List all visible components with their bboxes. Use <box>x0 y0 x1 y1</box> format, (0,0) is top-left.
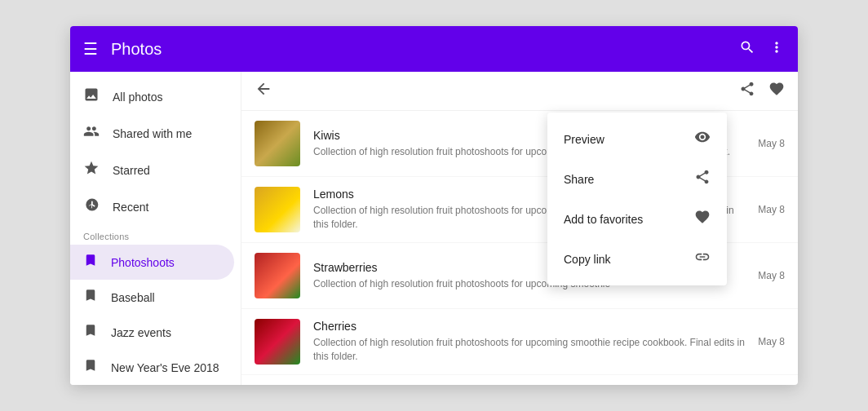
album-date-kiwis: May 8 <box>758 138 785 149</box>
toolbar-left <box>255 80 272 102</box>
header: ☰ Photos <box>70 26 798 72</box>
main-toolbar <box>241 72 798 111</box>
sidebar-item-baseball[interactable]: Baseball <box>70 280 234 315</box>
sidebar-item-photoshoots[interactable]: Photoshoots <box>70 245 234 280</box>
recent-icon <box>83 197 100 217</box>
sidebar-item-recent[interactable]: Recent <box>70 188 234 225</box>
collections-label: Collections <box>70 225 241 245</box>
sidebar-label-jazz-events: Jazz events <box>111 326 171 339</box>
context-menu-label-favorites: Add to favorites <box>564 213 643 226</box>
context-menu-label-copy-link: Copy link <box>564 253 611 266</box>
sidebar-item-all-photos[interactable]: All photos <box>70 78 234 115</box>
new-years-eve-icon <box>83 358 98 377</box>
body: All photos Shared with me Starred Recent <box>70 72 798 385</box>
sidebar-item-shared[interactable]: Shared with me <box>70 115 234 152</box>
context-menu-item-favorites[interactable]: Add to favorites <box>547 199 727 239</box>
all-photos-icon <box>83 86 100 107</box>
main-content: Kiwis Collection of high resolution frui… <box>241 72 798 385</box>
jazz-events-icon <box>83 323 98 342</box>
link-icon <box>694 249 711 269</box>
share-icon <box>694 169 711 189</box>
album-desc-cherries: Collection of high resolution fruit phot… <box>313 336 745 364</box>
more-icon[interactable] <box>768 39 785 60</box>
baseball-icon <box>83 288 98 307</box>
starred-icon <box>83 160 100 180</box>
sidebar-item-new-years-eve[interactable]: New Year's Eve 2018 <box>70 350 234 385</box>
back-button[interactable] <box>255 80 272 102</box>
sidebar-item-jazz-events[interactable]: Jazz events <box>70 315 234 350</box>
search-icon[interactable] <box>739 39 755 60</box>
sidebar-label-starred: Starred <box>113 164 150 177</box>
context-menu: Preview Share Add to favorites <box>547 113 727 285</box>
preview-icon <box>694 129 711 149</box>
album-thumb-cherries <box>255 319 300 365</box>
header-actions <box>739 39 785 60</box>
album-thumb-strawberries <box>255 253 300 298</box>
shared-icon <box>83 123 100 144</box>
sidebar: All photos Shared with me Starred Recent <box>70 72 241 385</box>
album-thumb-lemons <box>255 187 300 232</box>
share-button[interactable] <box>739 81 755 101</box>
sidebar-label-shared: Shared with me <box>113 127 192 140</box>
album-date-strawberries: May 8 <box>758 270 785 281</box>
album-date-lemons: May 8 <box>758 204 785 215</box>
sidebar-label-recent: Recent <box>113 201 148 214</box>
context-menu-item-share[interactable]: Share <box>547 159 727 199</box>
album-info-cherries: Cherries Collection of high resolution f… <box>313 320 745 364</box>
menu-icon[interactable]: ☰ <box>83 39 98 59</box>
album-thumb-kiwis <box>255 121 300 166</box>
favorite-button[interactable] <box>768 81 785 101</box>
sidebar-label-all-photos: All photos <box>113 91 162 104</box>
album-item-cherries[interactable]: Cherries Collection of high resolution f… <box>241 309 798 375</box>
sidebar-label-baseball: Baseball <box>111 291 155 304</box>
album-date-cherries: May 8 <box>758 336 785 347</box>
app-title: Photos <box>111 40 739 59</box>
sidebar-label-photoshoots: Photoshoots <box>111 256 175 269</box>
context-menu-label-share: Share <box>564 173 594 186</box>
app-window: ☰ Photos All photos <box>70 26 798 385</box>
context-menu-item-preview[interactable]: Preview <box>547 119 727 159</box>
sidebar-label-new-years-eve: New Year's Eve 2018 <box>111 361 219 374</box>
sidebar-item-starred[interactable]: Starred <box>70 152 234 188</box>
toolbar-right <box>739 81 785 101</box>
heart-icon <box>694 209 711 229</box>
album-item-nectarines[interactable]: Nectarines Collection of high resolution… <box>241 375 798 385</box>
album-name-cherries: Cherries <box>313 320 745 333</box>
context-menu-item-copy-link[interactable]: Copy link <box>547 239 727 279</box>
context-menu-label-preview: Preview <box>564 133 604 146</box>
photoshoots-icon <box>83 253 98 272</box>
